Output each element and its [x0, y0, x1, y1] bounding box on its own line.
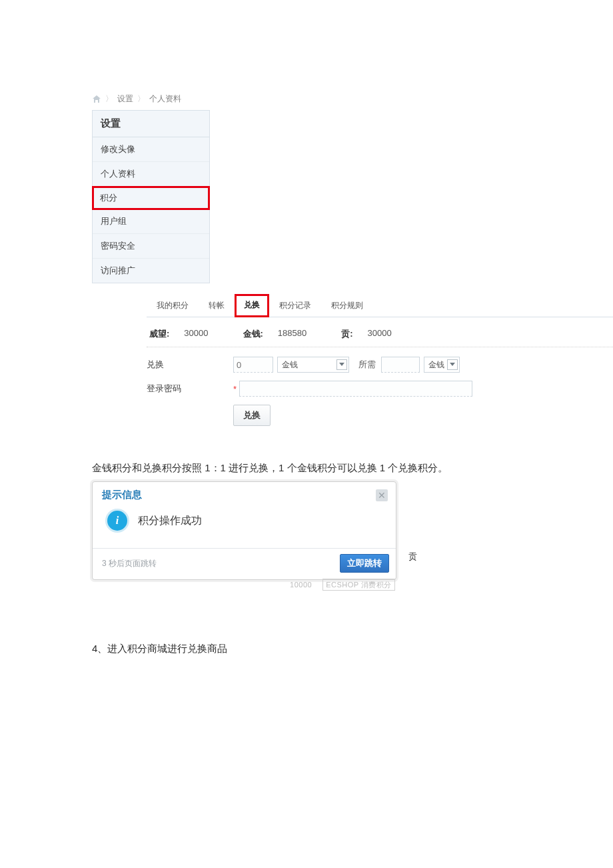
need-label: 所需 [358, 359, 376, 371]
exchange-ratio-paragraph: 金钱积分和兑换积分按照 1：1 进行兑换，1 个金钱积分可以兑换 1 个兑换积分… [92, 462, 613, 475]
need-qty-input[interactable] [381, 357, 420, 373]
chevron-down-icon [336, 359, 347, 370]
breadcrumb-item-profile[interactable]: 个人资料 [149, 93, 181, 105]
stat-prestige-label: 威望: [149, 328, 169, 340]
stat-money-value: 188580 [278, 328, 306, 340]
under-number: 10000 [290, 581, 312, 589]
tab-transfer[interactable]: 转帐 [199, 294, 235, 317]
step-4-paragraph: 4、进入积分商城进行兑换商品 [92, 643, 613, 655]
tab-points-log[interactable]: 积分记录 [269, 294, 321, 317]
sidebar-header: 设置 [93, 111, 209, 137]
password-label: 登录密码 [147, 383, 233, 395]
info-icon: i [107, 511, 127, 531]
breadcrumb-sep: 〉 [105, 93, 113, 105]
modal-message: 积分操作成功 [138, 514, 202, 528]
sidebar-item-promotion[interactable]: 访问推广 [93, 259, 209, 283]
sidebar-item-password[interactable]: 密码安全 [93, 234, 209, 259]
modal-countdown: 3 秒后页面跳转 [102, 558, 157, 569]
sidebar-item-points[interactable]: 积分 [92, 186, 210, 210]
jump-now-button[interactable]: 立即跳转 [340, 554, 389, 573]
points-tabs: 我的积分 转帐 兑换 积分记录 积分规则 [147, 294, 613, 317]
tab-my-points[interactable]: 我的积分 [147, 294, 199, 317]
exchange-to-value: 金钱 [428, 359, 444, 371]
home-icon[interactable] [92, 95, 101, 103]
stat-money-label: 金钱: [243, 328, 263, 340]
modal-under-row: 10000 ECSHOP 消费积分 [92, 577, 396, 591]
tab-exchange[interactable]: 兑换 [235, 294, 269, 317]
breadcrumb-item-settings[interactable]: 设置 [117, 93, 133, 105]
tab-points-rules[interactable]: 积分规则 [321, 294, 373, 317]
breadcrumb-sep: 〉 [137, 93, 145, 105]
login-password-input[interactable] [239, 381, 472, 397]
points-stats: 威望: 30000 金钱: 188580 贡: 30000 [147, 317, 613, 347]
success-modal: 提示信息 ✕ i 积分操作成功 3 秒后页面跳转 立即跳转 [92, 481, 396, 580]
breadcrumb: 〉 设置 〉 个人资料 [92, 93, 613, 105]
exchange-from-value: 金钱 [282, 359, 298, 371]
sidebar-item-avatar[interactable]: 修改头像 [93, 137, 209, 162]
under-text: ECSHOP 消费积分 [322, 579, 395, 591]
cropped-char: 贡 [408, 551, 417, 563]
sidebar-item-profile[interactable]: 个人资料 [93, 162, 209, 187]
settings-sidebar: 设置 修改头像 个人资料 积分 用户组 密码安全 访问推广 [92, 110, 210, 283]
sidebar-item-usergroup[interactable]: 用户组 [93, 209, 209, 234]
chevron-down-icon [447, 359, 458, 370]
exchange-label: 兑换 [147, 359, 233, 371]
modal-title: 提示信息 [102, 489, 142, 501]
exchange-to-select[interactable]: 金钱 [424, 357, 460, 373]
stat-contrib-value: 30000 [368, 328, 392, 340]
stat-contrib-label: 贡: [341, 328, 352, 340]
exchange-qty-input[interactable] [233, 357, 273, 373]
exchange-submit-button[interactable]: 兑换 [233, 405, 271, 426]
exchange-from-select[interactable]: 金钱 [277, 357, 349, 373]
stat-prestige-value: 30000 [184, 328, 208, 340]
close-icon[interactable]: ✕ [376, 489, 388, 501]
required-asterisk: * [233, 384, 237, 394]
